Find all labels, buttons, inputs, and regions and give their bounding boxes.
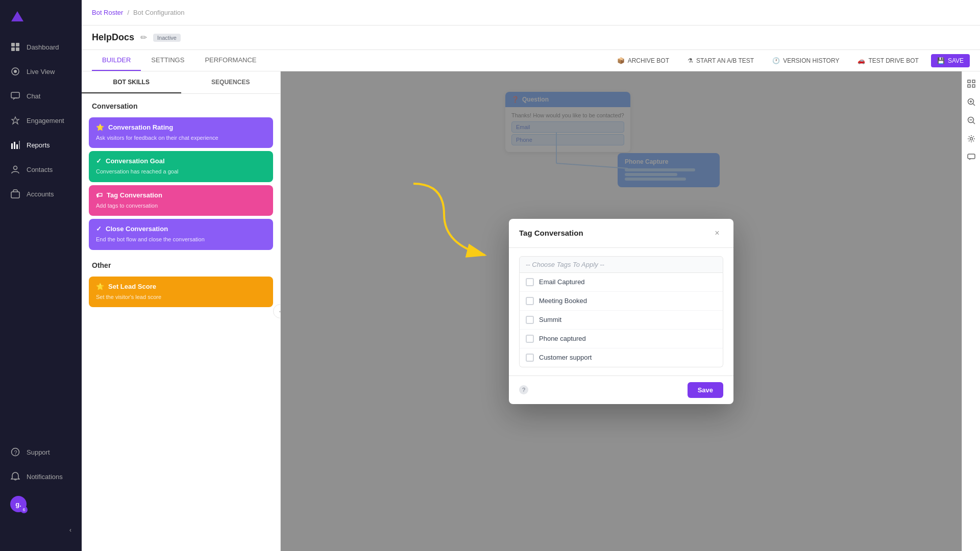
page-title-row: HelpDocs ✏ Inactive <box>82 26 980 50</box>
breadcrumb-current: Bot Configuration <box>133 9 184 16</box>
sidebar-item-live-view[interactable]: Live View <box>0 59 82 84</box>
collapse-panel-button[interactable]: ‹ <box>273 304 281 318</box>
reports-icon <box>10 140 20 150</box>
tag-item-summit[interactable]: Summit <box>520 311 723 330</box>
modal-help: ? <box>519 385 528 394</box>
panel-tab-bot-skills[interactable]: BOT SKILLS <box>82 71 181 93</box>
version-history-button[interactable]: 🕐 VERSION HISTORY <box>766 54 845 67</box>
breadcrumb-bar: Bot Roster / Bot Configuration <box>82 0 980 26</box>
live-view-icon <box>10 66 20 77</box>
modal-header: Tag Conversation × <box>509 219 733 248</box>
skill-card-desc: Conversation has reached a goal <box>96 168 266 176</box>
skill-card-desc: Ask visitors for feedback on their chat … <box>96 134 266 142</box>
breadcrumb: Bot Roster / Bot Configuration <box>92 9 185 16</box>
ab-test-button[interactable]: ⚗ START AN A/B TEST <box>681 54 760 67</box>
tag-item-phone-captured[interactable]: Phone captured <box>520 330 723 348</box>
save-button[interactable]: 💾 SAVE <box>931 54 970 67</box>
svg-rect-4 <box>16 47 19 51</box>
tag-item-customer-support[interactable]: Customer support <box>520 348 723 367</box>
right-panel <box>962 71 980 551</box>
tag-item-meeting-booked[interactable]: Meeting Booked <box>520 292 723 311</box>
tag-label: Customer support <box>539 354 592 361</box>
left-panel: BOT SKILLS SEQUENCES Conversation ⭐ Conv… <box>82 71 281 551</box>
history-icon: 🕐 <box>772 57 780 64</box>
fit-screen-button[interactable] <box>964 77 978 91</box>
panel-tabs: BOT SKILLS SEQUENCES <box>82 71 280 94</box>
svg-rect-20 <box>972 80 975 83</box>
help-icon[interactable]: ? <box>519 385 528 394</box>
zoom-out-button[interactable] <box>964 113 978 128</box>
svg-rect-3 <box>11 47 15 51</box>
modal-close-button[interactable]: × <box>711 227 723 239</box>
sidebar-item-reports[interactable]: Reports <box>0 133 82 157</box>
svg-point-30 <box>970 138 972 140</box>
edit-icon[interactable]: ✏ <box>140 33 147 42</box>
test-drive-button[interactable]: 🚗 TEST DRIVE BOT <box>851 54 924 67</box>
svg-rect-22 <box>972 85 975 87</box>
section-title-conversation: Conversation <box>82 94 280 114</box>
collapse-sidebar-button[interactable]: ‹ <box>0 519 82 541</box>
settings-button[interactable] <box>964 132 978 146</box>
svg-rect-31 <box>968 154 975 159</box>
tags-dropdown-header[interactable]: -- Choose Tags To Apply -- <box>519 256 723 273</box>
tag-checkbox-customer[interactable] <box>526 354 534 362</box>
tag-item-email-captured[interactable]: Email Captured <box>520 273 723 292</box>
skill-card-desc: Set the visitor's lead score <box>96 293 266 301</box>
archive-bot-button[interactable]: 📦 ARCHIVE BOT <box>611 54 675 67</box>
sidebar-item-contacts[interactable]: Contacts <box>0 157 82 182</box>
zoom-in-button[interactable] <box>964 95 978 109</box>
engagement-icon <box>10 115 20 126</box>
skill-card-conversation-rating[interactable]: ⭐ Conversation Rating Ask visitors for f… <box>89 117 273 148</box>
sidebar-item-user[interactable]: g. 6 <box>0 489 82 519</box>
sidebar-item-label: Live View <box>27 68 55 76</box>
sidebar-bottom: ? Support Notifications g. 6 ‹ <box>0 440 82 551</box>
content-area: BOT SKILLS SEQUENCES Conversation ⭐ Conv… <box>82 71 980 551</box>
avatar-wrapper: g. 6 <box>10 496 27 512</box>
tag-label: Summit <box>539 316 561 323</box>
main-toolbar: BUILDER SETTINGS PERFORMANCE 📦 ARCHIVE B… <box>82 50 980 71</box>
tab-performance[interactable]: PERFORMANCE <box>194 50 266 71</box>
tag-checkbox-phone[interactable] <box>526 335 534 343</box>
sidebar-item-accounts[interactable]: Accounts <box>0 182 82 206</box>
skill-card-set-lead-score[interactable]: ⭐ Set Lead Score Set the visitor's lead … <box>89 277 273 307</box>
svg-rect-13 <box>11 192 19 198</box>
skill-card-close-conversation[interactable]: ✓ Close Conversation End the bot flow an… <box>89 219 273 249</box>
sidebar-item-notifications[interactable]: Notifications <box>0 464 82 489</box>
notifications-icon <box>10 471 20 482</box>
svg-point-12 <box>14 166 17 170</box>
sidebar-item-label: Engagement <box>27 117 64 124</box>
skill-card-title: ✓ Conversation Goal <box>96 157 266 165</box>
sidebar-item-support[interactable]: ? Support <box>0 440 82 464</box>
sidebar-item-label: Accounts <box>27 190 54 198</box>
panel-tab-sequences[interactable]: SEQUENCES <box>181 71 281 93</box>
tag-checkbox-email[interactable] <box>526 278 534 286</box>
sidebar-item-label: Notifications <box>27 473 63 481</box>
skill-card-tag-conversation[interactable]: 🏷 Tag Conversation Add tags to conversat… <box>89 185 273 216</box>
svg-rect-10 <box>16 144 18 149</box>
skill-card-conversation-goal[interactable]: ✓ Conversation Goal Conversation has rea… <box>89 151 273 182</box>
sidebar-item-engagement[interactable]: Engagement <box>0 108 82 133</box>
notification-badge: 6 <box>20 506 28 513</box>
svg-rect-2 <box>16 43 19 46</box>
sidebar-item-chat[interactable]: Chat <box>0 84 82 108</box>
chat-button[interactable] <box>964 150 978 164</box>
tab-builder[interactable]: BUILDER <box>92 50 141 71</box>
sidebar-item-dashboard[interactable]: Dashboard <box>0 35 82 59</box>
lead-score-icon: ⭐ <box>96 283 104 290</box>
tag-label: Meeting Booked <box>539 297 587 305</box>
tab-settings[interactable]: SETTINGS <box>141 50 194 71</box>
svg-rect-19 <box>968 80 970 83</box>
tag-checkbox-summit[interactable] <box>526 316 534 324</box>
tag-icon: 🏷 <box>96 191 103 199</box>
modal-save-button[interactable]: Save <box>688 382 723 398</box>
breadcrumb-parent[interactable]: Bot Roster <box>92 9 123 16</box>
sidebar-item-label: Support <box>27 448 50 456</box>
close-check-icon: ✓ <box>96 225 102 233</box>
goal-icon: ✓ <box>96 157 102 165</box>
skill-card-title: ✓ Close Conversation <box>96 225 266 233</box>
skill-card-desc: End the bot flow and close the conversat… <box>96 236 266 243</box>
star-icon: ⭐ <box>96 123 104 131</box>
tag-label: Phone captured <box>539 335 586 342</box>
skill-card-title: 🏷 Tag Conversation <box>96 191 266 199</box>
tag-checkbox-meeting[interactable] <box>526 297 534 305</box>
